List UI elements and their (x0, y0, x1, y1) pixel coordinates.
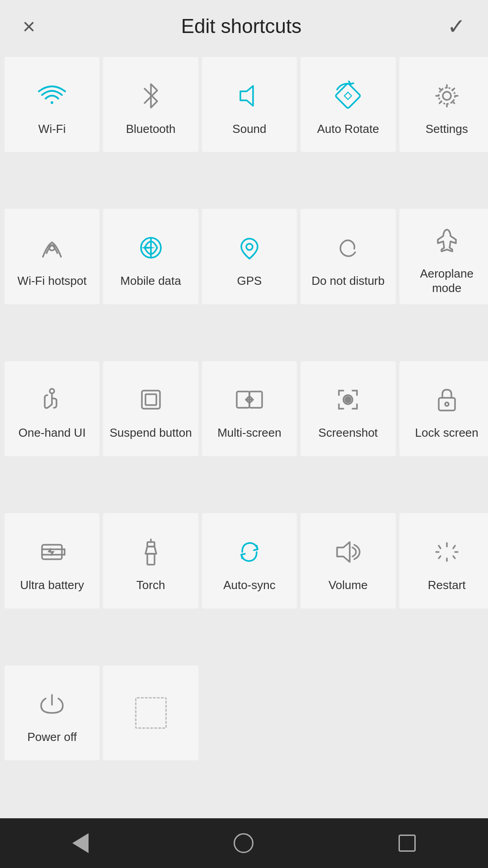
svg-line-30 (439, 556, 441, 558)
shortcut-lock-screen[interactable]: Lock screen (399, 361, 488, 456)
auto-rotate-icon (330, 78, 366, 114)
sound-icon (231, 78, 267, 114)
wifi-hotspot-label: Wi-Fi hotspot (18, 274, 87, 288)
close-button[interactable]: × (23, 14, 35, 39)
svg-point-16 (445, 402, 449, 406)
auto-sync-label: Auto-sync (223, 578, 276, 592)
shortcut-ultra-battery[interactable]: Ultra battery (5, 513, 99, 608)
bluetooth-icon (133, 78, 169, 114)
wifi-hotspot-icon (34, 230, 70, 266)
shortcut-gps[interactable]: GPS (202, 209, 297, 304)
gps-icon (231, 230, 267, 266)
multi-screen-label: Multi-screen (217, 426, 282, 440)
do-not-disturb-icon (330, 230, 366, 266)
bluetooth-label: Bluetooth (126, 122, 176, 136)
shortcut-restart[interactable]: Restart (399, 513, 488, 608)
shortcut-auto-rotate[interactable]: Auto Rotate (300, 57, 395, 152)
suspend-button-label: Suspend button (109, 426, 192, 440)
wifi-icon (34, 78, 70, 114)
torch-label: Torch (136, 578, 165, 592)
torch-icon (133, 534, 169, 570)
shortcut-suspend-button[interactable]: Suspend button (103, 361, 198, 456)
shortcut-auto-sync[interactable]: Auto-sync (202, 513, 297, 608)
svg-point-8 (50, 389, 54, 393)
sound-label: Sound (232, 122, 266, 136)
shortcuts-grid: Wi-Fi Bluetooth Sound Auto Rotat (0, 52, 488, 818)
shortcut-mobile-data[interactable]: Mobile data (103, 209, 198, 304)
wifi-label: Wi-Fi (38, 122, 66, 136)
svg-marker-24 (337, 542, 350, 562)
svg-marker-0 (240, 86, 253, 106)
mobile-data-icon (133, 230, 169, 266)
page-title: Edit shortcuts (181, 15, 302, 38)
shortcut-wifi[interactable]: Wi-Fi (5, 57, 99, 152)
do-not-disturb-label: Do not disturb (311, 274, 385, 288)
header: × Edit shortcuts ✓ (0, 0, 488, 52)
bottom-navigation (0, 818, 488, 868)
svg-point-7 (246, 244, 253, 250)
back-button[interactable] (72, 833, 89, 853)
settings-label: Settings (426, 122, 468, 136)
svg-line-28 (453, 556, 455, 558)
restart-label: Restart (428, 578, 466, 592)
svg-rect-9 (142, 391, 160, 409)
gps-label: GPS (237, 274, 262, 288)
aeroplane-mode-label: Aeroplane mode (404, 267, 488, 295)
volume-icon (330, 534, 366, 570)
shortcut-wifi-hotspot[interactable]: Wi-Fi hotspot (5, 209, 99, 304)
auto-sync-icon (231, 534, 267, 570)
screenshot-icon (330, 382, 366, 418)
lock-screen-label: Lock screen (415, 426, 479, 440)
suspend-button-icon (133, 382, 169, 418)
multi-screen-icon (231, 382, 267, 418)
one-hand-ui-icon (34, 382, 70, 418)
shortcut-sound[interactable]: Sound (202, 57, 297, 152)
shortcut-multi-screen[interactable]: Multi-screen (202, 361, 297, 456)
screenshot-label: Screenshot (319, 426, 378, 440)
svg-rect-15 (439, 398, 455, 410)
restart-icon (429, 534, 465, 570)
svg-point-2 (443, 92, 451, 100)
shortcut-do-not-disturb[interactable]: Do not disturb (300, 209, 395, 304)
mobile-data-label: Mobile data (120, 274, 181, 288)
lock-screen-icon (429, 382, 465, 418)
shortcut-torch[interactable]: Torch (103, 513, 198, 608)
settings-icon (429, 78, 465, 114)
recents-button[interactable] (399, 835, 416, 852)
empty-slot-indicator (135, 697, 167, 729)
one-hand-ui-label: One-hand UI (19, 426, 86, 440)
ultra-battery-label: Ultra battery (20, 578, 84, 592)
shortcut-one-hand-ui[interactable]: One-hand UI (5, 361, 99, 456)
svg-rect-23 (147, 554, 155, 565)
svg-line-26 (453, 546, 455, 548)
power-off-label: Power off (28, 730, 77, 744)
shortcut-bluetooth[interactable]: Bluetooth (103, 57, 198, 152)
svg-point-14 (345, 397, 351, 402)
confirm-button[interactable]: ✓ (447, 14, 465, 39)
power-off-icon (34, 686, 70, 722)
empty-shortcut-slot[interactable] (103, 665, 198, 760)
shortcut-screenshot[interactable]: Screenshot (300, 361, 395, 456)
shortcut-settings[interactable]: Settings (399, 57, 488, 152)
aeroplane-mode-icon (429, 222, 465, 259)
auto-rotate-label: Auto Rotate (317, 122, 379, 136)
home-button[interactable] (234, 833, 253, 853)
svg-line-32 (439, 546, 441, 548)
shortcut-volume[interactable]: Volume (300, 513, 395, 608)
svg-rect-10 (145, 394, 156, 405)
volume-label: Volume (328, 578, 368, 592)
ultra-battery-icon (34, 534, 70, 570)
shortcut-power-off[interactable]: Power off (5, 665, 99, 760)
shortcut-aeroplane-mode[interactable]: Aeroplane mode (399, 209, 488, 304)
